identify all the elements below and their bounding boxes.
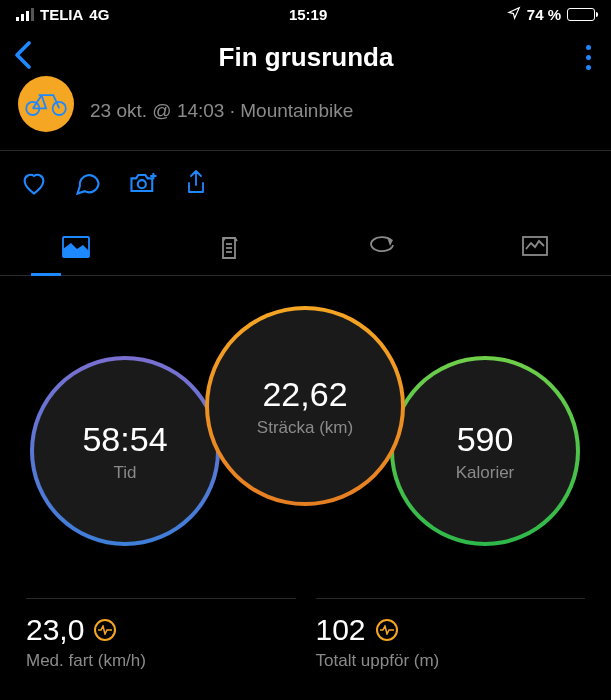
repeat-icon <box>367 235 397 257</box>
status-bar: TELIA 4G 15:19 74 % <box>0 0 611 29</box>
network-label: 4G <box>89 6 109 23</box>
tab-charts[interactable] <box>458 225 611 275</box>
gauge-calories-label: Kalorier <box>456 463 515 483</box>
pulse-icon <box>94 619 116 641</box>
gauge-distance-label: Sträcka (km) <box>257 418 353 438</box>
list-icon <box>217 235 241 261</box>
pulse-icon <box>376 619 398 641</box>
status-right: 74 % <box>507 6 595 23</box>
activity-meta: 23 okt. @ 14:03 · Mountainbike <box>90 100 353 122</box>
gauge-time[interactable]: 58:54 Tid <box>30 356 220 546</box>
stat-avg-speed-value: 23,0 <box>26 613 84 647</box>
chart-icon <box>521 235 549 257</box>
nav-bar: Fin grusrunda <box>0 29 611 90</box>
signal-icon <box>16 8 34 21</box>
gauge-distance[interactable]: 22,62 Sträcka (km) <box>205 306 405 506</box>
stats-row: 23,0 Med. fart (km/h) 102 Totalt uppför … <box>0 576 611 671</box>
tab-map[interactable] <box>0 225 153 275</box>
share-button[interactable] <box>184 169 208 197</box>
gauge-distance-value: 22,62 <box>262 375 347 414</box>
comment-button[interactable] <box>74 169 102 197</box>
stat-avg-speed[interactable]: 23,0 Med. fart (km/h) <box>26 598 296 671</box>
gauge-calories-value: 590 <box>457 420 514 459</box>
battery-icon <box>567 8 595 21</box>
gauges: 58:54 Tid 22,62 Sträcka (km) 590 Kalorie… <box>0 306 611 576</box>
clock: 15:19 <box>289 6 327 23</box>
map-icon <box>61 235 91 259</box>
gauge-time-label: Tid <box>114 463 137 483</box>
tab-row <box>0 213 611 276</box>
action-row <box>0 159 611 213</box>
gauge-time-value: 58:54 <box>82 420 167 459</box>
activity-header: 23 okt. @ 14:03 · Mountainbike <box>0 90 611 150</box>
like-button[interactable] <box>20 169 48 197</box>
activity-avatar[interactable] <box>18 76 74 132</box>
location-icon <box>507 6 521 23</box>
back-button[interactable] <box>14 40 32 75</box>
carrier-label: TELIA <box>40 6 83 23</box>
tab-laps[interactable] <box>306 225 459 275</box>
svg-point-2 <box>138 180 146 188</box>
add-photo-button[interactable] <box>128 169 158 197</box>
stat-avg-speed-label: Med. fart (km/h) <box>26 651 296 671</box>
stat-ascent-value: 102 <box>316 613 366 647</box>
divider <box>0 150 611 151</box>
more-menu-button[interactable] <box>580 39 597 76</box>
page-title: Fin grusrunda <box>219 42 394 73</box>
stat-ascent-label: Totalt uppför (m) <box>316 651 586 671</box>
bike-icon <box>24 90 68 118</box>
battery-percent: 74 % <box>527 6 561 23</box>
gauge-calories[interactable]: 590 Kalorier <box>390 356 580 546</box>
svg-point-1 <box>53 102 66 115</box>
tab-details[interactable] <box>153 225 306 275</box>
status-left: TELIA 4G <box>16 6 109 23</box>
stat-ascent[interactable]: 102 Totalt uppför (m) <box>316 598 586 671</box>
